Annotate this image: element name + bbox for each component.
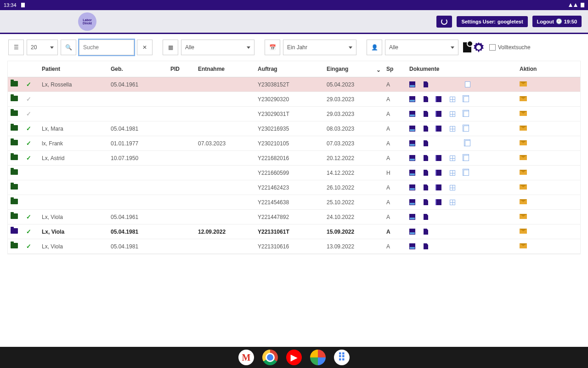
table-row[interactable]: Y22146242326.10.2022A [8,180,580,195]
col-pid[interactable]: PID [168,61,195,77]
file-doc-icon[interactable] [424,214,428,220]
filter-type-icon[interactable]: ▦ [163,40,178,55]
grid-doc-icon[interactable] [450,97,455,102]
folder-icon[interactable] [11,81,18,86]
file-doc-icon[interactable] [424,199,428,205]
book-doc-icon[interactable] [436,184,441,190]
folder-icon[interactable] [11,169,18,175]
copy-doc-icon[interactable] [464,155,469,161]
folder-icon[interactable] [11,184,18,190]
col-patient[interactable]: Patient [39,61,108,77]
folder-icon[interactable] [11,125,18,131]
image-doc-icon[interactable] [409,170,415,176]
image-doc-icon[interactable] [409,81,415,87]
table-row[interactable]: ✓Lx, Rossella05.04.1961Y23038152T05.04.2… [8,77,580,92]
grid-doc-icon[interactable] [450,155,455,161]
table-row[interactable]: Y22166059914.12.2022H [8,166,580,180]
grid-doc-icon[interactable] [450,111,455,117]
copy-doc-icon[interactable] [464,96,469,102]
file-doc-icon[interactable] [424,96,428,102]
col-auftrag[interactable]: Auftrag [255,61,324,77]
table-row[interactable]: ✓Lx, Mara05.04.1981Y23021693508.03.2023A [8,121,580,136]
folder-icon[interactable] [11,228,18,234]
copy-doc-icon[interactable] [465,81,470,87]
image-doc-icon[interactable] [409,214,415,220]
mail-action-icon[interactable] [520,126,527,131]
fulltext-checkbox[interactable] [489,44,496,51]
file-doc-icon[interactable] [424,81,428,87]
grid-doc-icon[interactable] [450,170,455,176]
date-range-select[interactable]: Ein Jahr [283,40,356,55]
folder-icon[interactable] [11,243,18,248]
copy-doc-icon[interactable] [464,111,469,117]
mail-action-icon[interactable] [520,81,527,86]
mail-action-icon[interactable] [520,229,527,234]
logout-button[interactable]: Logout 🕘 19:50 [532,16,582,27]
book-doc-icon[interactable] [436,111,441,117]
file-doc-icon[interactable] [424,126,428,132]
mail-action-icon[interactable] [520,140,527,145]
col-dokumente[interactable]: Dokumente [407,61,517,77]
file-doc-icon[interactable] [424,243,428,249]
image-doc-icon[interactable] [409,126,415,132]
copy-doc-icon[interactable] [464,126,469,132]
table-row[interactable]: ✓Lx, Viola05.04.1981Y22131061613.09.2022… [8,239,580,254]
settings-user-button[interactable]: Settings User: googletest [457,16,527,27]
new-document-icon[interactable] [463,42,471,52]
user-filter-select[interactable]: Alle [385,40,458,55]
file-doc-icon[interactable] [424,229,428,235]
grid-doc-icon[interactable] [450,126,455,132]
mail-action-icon[interactable] [520,184,527,190]
mail-action-icon[interactable] [520,170,527,175]
folder-icon[interactable] [11,140,18,145]
mail-action-icon[interactable] [520,96,527,101]
book-doc-icon[interactable] [436,199,441,205]
folder-icon[interactable] [11,155,18,160]
folder-icon[interactable] [11,199,18,204]
image-doc-icon[interactable] [409,229,415,235]
search-input[interactable] [83,44,130,51]
date-icon-button[interactable]: 📅 [265,40,280,55]
col-sp[interactable]: Sp [384,61,407,77]
settings-gear-icon[interactable] [474,42,484,52]
book-doc-icon[interactable] [436,155,441,161]
image-doc-icon[interactable] [409,140,415,146]
copy-doc-icon[interactable] [464,170,469,176]
type-filter-select[interactable]: Alle [181,40,254,55]
file-doc-icon[interactable] [424,111,428,117]
image-doc-icon[interactable] [409,155,415,161]
mail-action-icon[interactable] [520,243,527,248]
grid-doc-icon[interactable] [450,185,455,190]
table-row[interactable]: ✓Lx, Astrid10.07.1950Y22168201620.12.202… [8,151,580,166]
folder-icon[interactable] [11,213,18,219]
mail-action-icon[interactable] [520,155,527,160]
mail-action-icon[interactable] [520,199,527,204]
table-row[interactable]: ✓Lx, Viola05.04.1961Y22144789224.10.2022… [8,210,580,224]
col-eingang[interactable]: Eingang⌄ [324,61,384,77]
image-doc-icon[interactable] [409,111,415,117]
user-icon-button[interactable]: 👤 [367,40,382,55]
table-row[interactable]: ✓Lx, Viola05.04.198112.09.2022Y22131061T… [8,224,580,239]
col-entnahme[interactable]: Entnahme [195,61,255,77]
table-row[interactable]: ✓Y23029031T29.03.2023A [8,107,580,121]
gmail-app-icon[interactable]: M [238,350,254,365]
search-icon-button[interactable]: 🔍 [61,40,76,55]
book-doc-icon[interactable] [436,170,441,176]
fulltext-toggle[interactable]: Volltextsuche [489,44,531,51]
mail-action-icon[interactable] [520,111,527,116]
table-row[interactable]: ✓lx, Frank01.01.197707.03.2023Y230210105… [8,136,580,151]
folder-icon[interactable] [11,110,18,116]
grid-doc-icon[interactable] [450,200,455,205]
file-doc-icon[interactable] [424,170,428,176]
col-aktion[interactable]: Aktion [517,61,580,77]
chrome-app-icon[interactable] [262,350,278,365]
refresh-button[interactable] [436,16,452,28]
photos-app-icon[interactable] [310,350,326,365]
file-doc-icon[interactable] [424,155,428,161]
image-doc-icon[interactable] [409,199,415,205]
file-doc-icon[interactable] [424,140,428,146]
table-row[interactable]: Y22145463825.10.2022A [8,195,580,210]
page-size-select[interactable]: 20 [27,40,58,55]
folder-icon[interactable] [11,96,18,101]
image-doc-icon[interactable] [409,243,415,249]
